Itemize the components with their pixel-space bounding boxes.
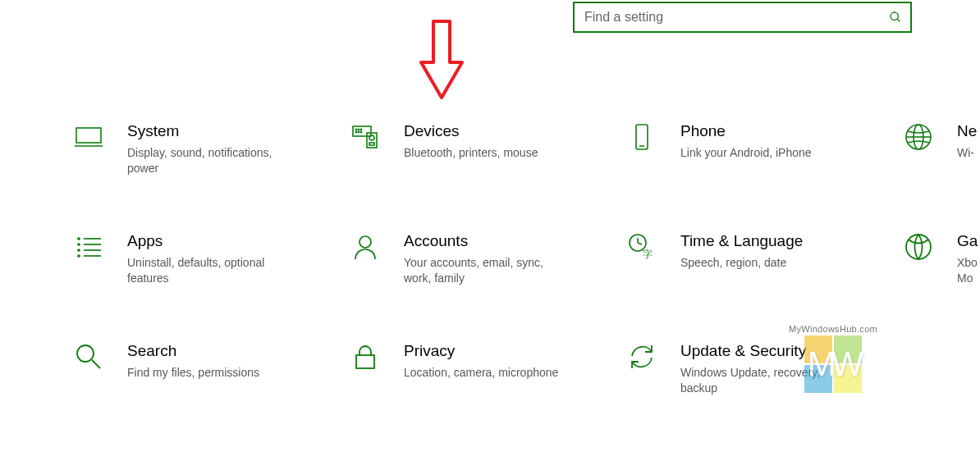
svg-point-8 bbox=[355, 131, 356, 132]
svg-point-23 bbox=[78, 249, 80, 251]
tile-desc: Bluetooth, printers, mouse bbox=[404, 145, 538, 161]
devices-icon bbox=[351, 123, 379, 151]
svg-text:字: 字 bbox=[643, 249, 653, 260]
svg-point-25 bbox=[78, 255, 80, 257]
tile-title: Devices bbox=[404, 121, 538, 142]
svg-rect-13 bbox=[369, 143, 374, 145]
svg-point-32 bbox=[906, 235, 931, 259]
gaming-icon bbox=[904, 233, 932, 261]
tile-phone[interactable]: Phone Link your Android, iPhone bbox=[628, 121, 904, 231]
arrow-annotation bbox=[417, 17, 466, 103]
svg-point-12 bbox=[369, 135, 374, 140]
tile-desc: Wi- bbox=[957, 145, 977, 161]
svg-point-19 bbox=[78, 238, 80, 240]
tile-desc: Xbo Mo bbox=[957, 255, 978, 286]
svg-point-6 bbox=[358, 129, 359, 130]
tile-title: Ne bbox=[957, 121, 977, 142]
search-box[interactable] bbox=[573, 2, 912, 33]
tile-desc: Speech, region, date bbox=[680, 255, 803, 271]
tile-devices[interactable]: Devices Bluetooth, printers, mouse bbox=[351, 121, 628, 231]
tile-network[interactable]: Ne Wi- bbox=[904, 121, 980, 231]
update-icon bbox=[628, 343, 656, 371]
tile-title: System bbox=[127, 121, 291, 142]
tile-title: Accounts bbox=[404, 231, 568, 252]
tile-title: Search bbox=[127, 341, 259, 362]
svg-point-0 bbox=[891, 12, 898, 20]
tile-desc: Display, sound, notifications, power bbox=[127, 145, 291, 176]
globe-icon bbox=[904, 123, 932, 151]
phone-icon bbox=[628, 123, 656, 151]
search-icon bbox=[889, 11, 902, 24]
accounts-icon bbox=[351, 233, 379, 261]
svg-line-30 bbox=[638, 243, 642, 244]
svg-point-9 bbox=[358, 131, 359, 132]
svg-line-1 bbox=[897, 19, 900, 21]
tile-system[interactable]: System Display, sound, notifications, po… bbox=[75, 121, 351, 231]
lock-icon bbox=[351, 343, 379, 371]
system-icon bbox=[75, 123, 103, 151]
tile-gaming[interactable]: Ga Xbo Mo bbox=[904, 231, 980, 341]
tile-title: Time & Language bbox=[680, 231, 803, 252]
tile-desc: Link your Android, iPhone bbox=[680, 145, 812, 161]
tile-title: Phone bbox=[680, 121, 812, 142]
tile-desc: Uninstall, defaults, optional features bbox=[127, 255, 291, 286]
tile-update-security[interactable]: Update & Security Windows Update, recove… bbox=[628, 341, 904, 451]
tile-desc: Find my files, permissions bbox=[127, 365, 259, 381]
tile-title: Update & Security bbox=[680, 341, 845, 362]
settings-grid: System Display, sound, notifications, po… bbox=[75, 121, 980, 451]
tile-apps[interactable]: Apps Uninstall, defaults, optional featu… bbox=[75, 231, 351, 341]
tile-title: Ga bbox=[957, 231, 978, 252]
svg-line-34 bbox=[92, 360, 100, 368]
tile-privacy[interactable]: Privacy Location, camera, microphone bbox=[351, 341, 628, 451]
apps-icon bbox=[75, 233, 103, 261]
search-input[interactable] bbox=[583, 9, 889, 25]
tile-title: Apps bbox=[127, 231, 291, 252]
svg-point-5 bbox=[355, 129, 356, 130]
tile-desc: Windows Update, recovery, backup bbox=[680, 365, 845, 396]
svg-rect-2 bbox=[76, 128, 101, 143]
tile-search[interactable]: Search Find my files, permissions bbox=[75, 341, 351, 451]
tile-desc: Location, camera, microphone bbox=[404, 365, 558, 381]
svg-point-33 bbox=[77, 345, 94, 362]
time-language-icon: 字 bbox=[628, 233, 656, 261]
svg-rect-35 bbox=[356, 355, 374, 368]
tile-accounts[interactable]: Accounts Your accounts, email, sync, wor… bbox=[351, 231, 628, 341]
svg-point-21 bbox=[78, 244, 80, 245]
tile-desc: Your accounts, email, sync, work, family bbox=[404, 255, 568, 286]
svg-point-10 bbox=[360, 131, 361, 132]
svg-point-27 bbox=[359, 236, 371, 248]
tile-title: Privacy bbox=[404, 341, 558, 362]
tile-time-language[interactable]: 字 Time & Language Speech, region, date bbox=[628, 231, 904, 341]
search-category-icon bbox=[75, 343, 103, 371]
svg-point-7 bbox=[360, 129, 361, 130]
